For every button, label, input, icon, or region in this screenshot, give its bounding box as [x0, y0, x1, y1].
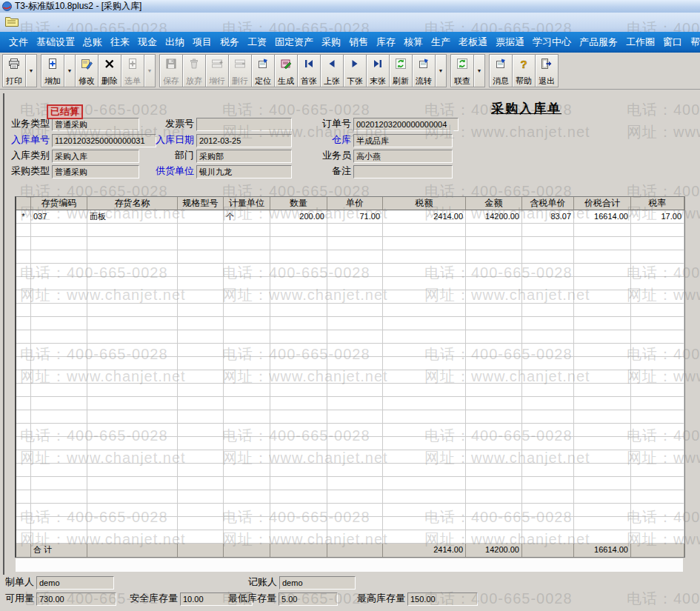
grid-empty-cell[interactable]	[383, 370, 466, 384]
grid-empty-cell[interactable]	[16, 490, 31, 504]
toolbar-button-form-message[interactable]: 消息	[489, 54, 513, 87]
grid-empty-cell[interactable]	[522, 450, 574, 464]
grid-empty-cell[interactable]	[270, 304, 327, 317]
grid-empty-cell[interactable]	[574, 330, 631, 344]
field-input-部门[interactable]: 采购部	[196, 150, 292, 163]
grid-empty-cell[interactable]	[631, 250, 684, 264]
grid-empty-cell[interactable]	[522, 370, 574, 384]
grid-empty-cell[interactable]	[574, 517, 631, 530]
toolbar-dropdown-doc-add[interactable]: ▼	[64, 54, 76, 87]
grid-empty-cell[interactable]	[224, 530, 270, 544]
grid-empty-cell[interactable]	[87, 384, 178, 397]
grid-empty-cell[interactable]	[224, 384, 270, 397]
grid-empty-cell[interactable]	[383, 437, 466, 450]
field-input-入库日期[interactable]: 2012-03-25	[196, 134, 292, 147]
grid-empty-cell[interactable]	[466, 344, 522, 357]
grid-empty-cell[interactable]	[178, 277, 224, 290]
grid-empty-cell[interactable]	[178, 530, 224, 544]
grid-empty-cell[interactable]	[631, 277, 684, 290]
menu-item-出纳[interactable]: 出纳	[162, 36, 187, 49]
grid-empty-cell[interactable]	[631, 517, 684, 530]
grid-cell[interactable]: 16614.00	[574, 210, 631, 224]
grid-empty-cell[interactable]	[16, 290, 31, 304]
grid-empty-cell[interactable]	[87, 264, 178, 277]
grid-empty-cell[interactable]	[31, 397, 87, 410]
grid-empty-cell[interactable]	[383, 264, 466, 277]
grid-empty-cell[interactable]	[574, 357, 631, 370]
grid-empty-cell[interactable]	[224, 277, 270, 290]
grid-empty-cell[interactable]	[327, 357, 383, 370]
grid-empty-cell[interactable]	[574, 250, 631, 264]
grid-empty-cell[interactable]	[327, 410, 383, 424]
grid-empty-cell[interactable]	[574, 264, 631, 277]
grid-empty-cell[interactable]	[224, 517, 270, 530]
grid-empty-cell[interactable]	[327, 330, 383, 344]
grid-empty-cell[interactable]	[466, 370, 522, 384]
grid-empty-cell[interactable]	[16, 397, 31, 410]
grid-empty-cell[interactable]	[574, 370, 631, 384]
grid-empty-cell[interactable]	[383, 344, 466, 357]
grid-empty-cell[interactable]	[631, 344, 684, 357]
grid-empty-cell[interactable]	[16, 357, 31, 370]
grid-empty-cell[interactable]	[383, 237, 466, 250]
grid-empty-cell[interactable]	[522, 264, 574, 277]
grid-empty-cell[interactable]	[631, 437, 684, 450]
grid-empty-cell[interactable]	[270, 357, 327, 370]
grid-empty-cell[interactable]	[270, 344, 327, 357]
grid-empty-cell[interactable]	[87, 464, 178, 477]
grid-empty-cell[interactable]	[466, 397, 522, 410]
grid-empty-cell[interactable]	[87, 250, 178, 264]
grid-empty-cell[interactable]	[16, 264, 31, 277]
grid-empty-cell[interactable]	[574, 504, 631, 517]
grid-cell[interactable]: 14200.00	[466, 210, 522, 224]
grid-empty-cell[interactable]	[270, 530, 327, 544]
grid-empty-cell[interactable]	[522, 317, 574, 330]
grid-empty-cell[interactable]	[16, 477, 31, 490]
menu-item-学习中心[interactable]: 学习中心	[530, 36, 574, 49]
grid-empty-cell[interactable]	[178, 450, 224, 464]
grid-empty-cell[interactable]	[224, 477, 270, 490]
grid-empty-cell[interactable]	[31, 490, 87, 504]
grid-empty-cell[interactable]	[522, 330, 574, 344]
grid-cell[interactable]: *	[16, 210, 31, 224]
menu-item-采购[interactable]: 采购	[319, 36, 344, 49]
grid-empty-cell[interactable]	[631, 530, 684, 544]
grid-empty-cell[interactable]	[270, 224, 327, 237]
grid-empty-cell[interactable]	[31, 304, 87, 317]
menu-item-项目[interactable]: 项目	[190, 36, 215, 49]
grid-empty-cell[interactable]	[522, 424, 574, 437]
grid-empty-cell[interactable]	[31, 290, 87, 304]
grid-empty-cell[interactable]	[522, 437, 574, 450]
grid-empty-cell[interactable]	[383, 397, 466, 410]
toolbar-dropdown-link-query[interactable]: ▼	[473, 54, 485, 87]
grid-empty-cell[interactable]	[631, 477, 684, 490]
grid-empty-cell[interactable]	[631, 290, 684, 304]
grid-empty-cell[interactable]	[383, 224, 466, 237]
grid-empty-cell[interactable]	[31, 277, 87, 290]
grid-empty-cell[interactable]	[87, 277, 178, 290]
grid-empty-cell[interactable]	[16, 224, 31, 237]
grid-cell[interactable]: 面板	[87, 210, 178, 224]
grid-empty-cell[interactable]	[270, 477, 327, 490]
field-input-订单号[interactable]: 00201203200000000004	[353, 118, 459, 131]
field-input-业务类型[interactable]: 普通采购	[52, 118, 139, 131]
grid-empty-cell[interactable]	[224, 250, 270, 264]
grid-empty-cell[interactable]	[224, 224, 270, 237]
grid-empty-cell[interactable]	[574, 477, 631, 490]
grid-empty-cell[interactable]	[383, 450, 466, 464]
field-input-发票号[interactable]	[196, 118, 292, 131]
grid-empty-cell[interactable]	[87, 357, 178, 370]
grid-empty-cell[interactable]	[224, 490, 270, 504]
grid-empty-cell[interactable]	[31, 424, 87, 437]
field-input-业务员[interactable]: 高小燕	[353, 150, 453, 163]
grid-empty-cell[interactable]	[631, 464, 684, 477]
menu-item-票据通[interactable]: 票据通	[493, 36, 527, 49]
grid-empty-cell[interactable]	[16, 464, 31, 477]
grid-empty-cell[interactable]	[383, 357, 466, 370]
toolbar-button-form-locate[interactable]: 定位	[251, 54, 275, 87]
grid-empty-cell[interactable]	[16, 437, 31, 450]
grid-empty-cell[interactable]	[87, 344, 178, 357]
grid-empty-cell[interactable]	[87, 530, 178, 544]
grid-cell[interactable]: 200.00	[270, 210, 327, 224]
grid-empty-cell[interactable]	[16, 450, 31, 464]
